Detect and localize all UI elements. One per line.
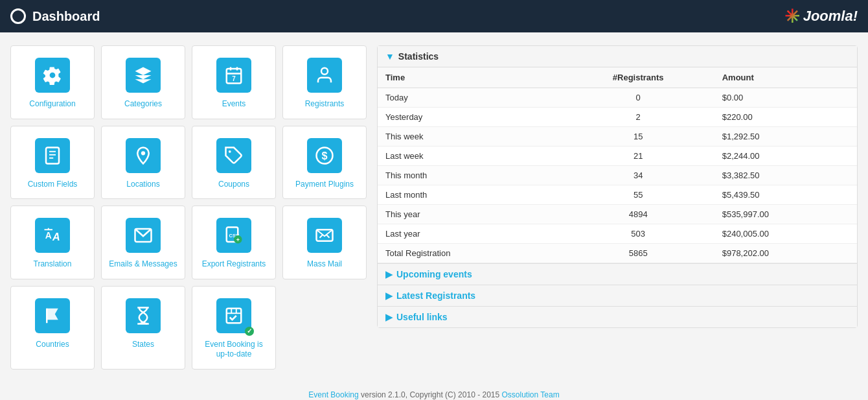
footer-link-ossolution[interactable]: Ossolution Team (502, 390, 560, 399)
booking-icon (224, 306, 244, 325)
flag-icon (43, 306, 62, 325)
svg-text:7: 7 (232, 75, 236, 82)
configuration-label: Configuration (29, 99, 75, 110)
table-row: This week 15 $1,292.50 (378, 127, 857, 147)
cell-registrants: 503 (562, 224, 714, 244)
cell-amount: $978,202.00 (714, 244, 857, 263)
states-icon-box (126, 298, 161, 333)
icon-card-translation[interactable]: A A Translation (10, 206, 95, 279)
custom-fields-label: Custom Fields (28, 180, 78, 190)
joomla-logo-text: Joomla! (803, 8, 858, 25)
dashboard-label: Dashboard (32, 9, 100, 24)
icon-card-states[interactable]: States (101, 286, 185, 370)
latest-registrants-section: ▶ Latest Registrants (378, 285, 857, 306)
icon-card-event-booking[interactable]: ✓ Event Booking is up-to-date (192, 286, 276, 370)
csv-icon: CSV + (224, 226, 244, 245)
coupons-label: Coupons (218, 180, 249, 190)
statistics-arrow-icon: ▼ (385, 51, 394, 62)
svg-point-11 (229, 150, 231, 152)
cell-time: Last month (378, 185, 562, 205)
icon-card-registrants[interactable]: Registrants (282, 45, 367, 119)
cell-registrants: 4894 (562, 205, 714, 224)
mass-mail-icon-box (307, 218, 342, 253)
translate-icon: A A (43, 226, 62, 245)
col-time: Time (378, 67, 562, 88)
cell-amount: $5,439.50 (714, 185, 857, 205)
cell-time: Last year (378, 224, 562, 244)
table-row: Last month 55 $5,439.50 (378, 185, 857, 205)
cell-registrants: 55 (562, 185, 714, 205)
latest-registrants-label: Latest Registrants (396, 290, 475, 301)
upcoming-events-heading[interactable]: ▶ Upcoming events (378, 264, 857, 285)
emails-messages-label: Emails & Messages (109, 259, 177, 270)
table-row: Yesterday 2 $220.00 (378, 108, 857, 127)
cell-time: This week (378, 127, 562, 147)
registrants-icon-box (307, 58, 342, 93)
joomla-logo: ✳ Joomla! (784, 6, 858, 27)
locations-icon-box (126, 138, 161, 173)
statistics-table: Time #Registrants Amount Today 0 $0.00 Y… (378, 67, 857, 263)
configuration-icon-box (35, 58, 70, 93)
col-registrants: #Registrants (562, 67, 714, 88)
icon-card-payment-plugins[interactable]: $ Payment Plugins (282, 126, 367, 200)
statistics-title: Statistics (398, 51, 439, 62)
coupons-icon-box (216, 138, 251, 173)
icon-card-mass-mail[interactable]: Mass Mail (282, 206, 367, 279)
gear-icon (43, 65, 62, 85)
calendar-icon: 7 (224, 65, 244, 85)
table-row: Total Registration 5865 $978,202.00 (378, 244, 857, 263)
cell-registrants: 5865 (562, 244, 714, 263)
icon-card-categories[interactable]: Categories (101, 45, 185, 119)
icon-card-custom-fields[interactable]: Custom Fields (10, 126, 95, 200)
cell-registrants: 34 (562, 166, 714, 185)
icon-card-countries[interactable]: Countries (10, 286, 95, 370)
translation-label: Translation (34, 259, 72, 270)
cell-time: This year (378, 205, 562, 224)
table-row: This year 4894 $535,997.00 (378, 205, 857, 224)
event-booking-label: Event Booking is up-to-date (199, 340, 269, 360)
footer: Event Booking version 2.1.0, Copyright (… (0, 382, 868, 400)
circle-icon (10, 8, 26, 24)
svg-text:$: $ (321, 150, 327, 161)
icon-card-locations[interactable]: Locations (101, 126, 185, 200)
svg-line-24 (320, 235, 323, 238)
cell-time: Yesterday (378, 108, 562, 127)
useful-links-heading[interactable]: ▶ Useful links (378, 307, 857, 327)
svg-text:A: A (45, 231, 52, 241)
registrants-label: Registrants (305, 99, 345, 110)
cell-amount: $1,292.50 (714, 127, 857, 147)
svg-rect-6 (46, 147, 59, 163)
emails-messages-icon-box (126, 218, 161, 253)
locations-label: Locations (126, 180, 159, 190)
latest-registrants-heading[interactable]: ▶ Latest Registrants (378, 285, 857, 306)
svg-line-25 (326, 235, 330, 238)
topbar: Dashboard ✳ Joomla! (0, 0, 868, 32)
states-label: States (132, 340, 154, 350)
useful-links-label: Useful links (396, 312, 448, 322)
table-row: Last year 503 $240,005.00 (378, 224, 857, 244)
footer-link-event-booking[interactable]: Event Booking (308, 390, 358, 399)
event-booking-icon-box: ✓ (216, 298, 251, 333)
cell-amount: $2,244.00 (714, 147, 857, 166)
email-icon (133, 226, 153, 245)
cell-amount: $535,997.00 (714, 205, 857, 224)
cell-registrants: 2 (562, 108, 714, 127)
icon-card-export-registrants[interactable]: CSV + Export Registrants (192, 206, 276, 279)
icon-card-coupons[interactable]: Coupons (192, 126, 276, 200)
cell-time: Total Registration (378, 244, 562, 263)
icon-card-configuration[interactable]: Configuration (10, 45, 95, 119)
dollar-icon: $ (315, 146, 334, 165)
events-label: Events (222, 99, 246, 110)
cell-time: Last week (378, 147, 562, 166)
cell-time: This month (378, 166, 562, 185)
custom-fields-icon-box (35, 138, 70, 173)
svg-rect-27 (227, 309, 242, 324)
icon-card-events[interactable]: 7 Events (192, 45, 276, 119)
hourglass-icon (133, 306, 153, 325)
cell-amount: $220.00 (714, 108, 857, 127)
statistics-heading: ▼ Statistics (378, 46, 857, 67)
export-registrants-label: Export Registrants (202, 259, 266, 270)
icon-card-emails-messages[interactable]: Emails & Messages (101, 206, 185, 279)
latest-registrants-arrow-icon: ▶ (385, 290, 393, 301)
svg-text:+: + (236, 237, 240, 243)
